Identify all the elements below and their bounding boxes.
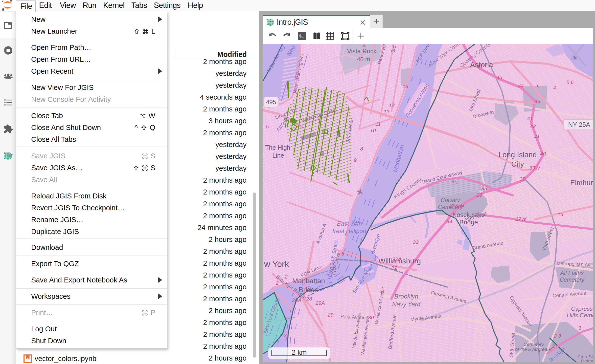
svg-text:5: 5 bbox=[266, 124, 269, 129]
svg-text:Navy Yard: Navy Yard bbox=[392, 301, 421, 308]
svg-text:40: 40 bbox=[540, 151, 546, 156]
svg-text:7: 7 bbox=[295, 75, 298, 81]
svg-text:16: 16 bbox=[476, 192, 482, 198]
svg-text:2: 2 bbox=[552, 343, 555, 349]
svg-text:3: 3 bbox=[578, 325, 581, 331]
svg-text:treet Heliport: treet Heliport bbox=[332, 228, 367, 234]
svg-text:2: 2 bbox=[284, 274, 288, 279]
svg-text:43: 43 bbox=[534, 98, 540, 104]
svg-text:Brooklyn: Brooklyn bbox=[394, 293, 418, 300]
svg-text:35A-B: 35A-B bbox=[450, 202, 464, 208]
svg-text:12: 12 bbox=[389, 102, 395, 108]
svg-text:15: 15 bbox=[452, 179, 458, 185]
svg-text:Ridgew: Ridgew bbox=[581, 359, 593, 362]
svg-text:4: 4 bbox=[553, 85, 556, 90]
svg-text:10: 10 bbox=[370, 128, 376, 133]
svg-text:34: 34 bbox=[446, 218, 452, 224]
svg-text:45: 45 bbox=[496, 74, 502, 80]
svg-text:31: 31 bbox=[379, 288, 385, 294]
svg-text:33: 33 bbox=[413, 239, 419, 245]
svg-text:East 34th: East 34th bbox=[337, 220, 362, 227]
svg-text:44: 44 bbox=[518, 83, 524, 88]
svg-text:5: 5 bbox=[537, 84, 540, 89]
svg-text:2 3: 2 3 bbox=[553, 333, 561, 339]
svg-text:5: 5 bbox=[341, 251, 344, 257]
svg-text:Line: Line bbox=[272, 152, 284, 159]
svg-text:2 km: 2 km bbox=[292, 348, 307, 356]
svg-text:13: 13 bbox=[384, 109, 389, 114]
svg-text:27: 27 bbox=[283, 332, 290, 338]
svg-text:32A: 32A bbox=[392, 256, 401, 262]
svg-text:39: 39 bbox=[520, 176, 526, 182]
svg-text:39W: 39W bbox=[529, 165, 540, 171]
svg-text:NY 25A: NY 25A bbox=[568, 121, 590, 128]
svg-text:28: 28 bbox=[306, 296, 312, 301]
svg-text:Hills Cemet: Hills Cemet bbox=[567, 312, 593, 319]
svg-text:495: 495 bbox=[266, 99, 276, 106]
svg-text:5: 5 bbox=[345, 232, 348, 237]
svg-text:of the Evergreens: of the Evergreens bbox=[515, 347, 552, 352]
svg-text:Cemetery: Cemetery bbox=[524, 342, 544, 347]
svg-text:32: 32 bbox=[391, 265, 397, 271]
svg-text:28A: 28A bbox=[292, 297, 301, 303]
svg-text:29: 29 bbox=[327, 312, 334, 318]
svg-text:All Faiths: All Faiths bbox=[560, 270, 584, 276]
svg-text:1: 1 bbox=[301, 137, 304, 142]
svg-text:$_: $_ bbox=[299, 34, 304, 39]
svg-text:11: 11 bbox=[375, 121, 381, 127]
svg-text:40 m: 40 m bbox=[357, 56, 370, 63]
svg-text:Long Island: Long Island bbox=[498, 150, 537, 159]
svg-text:Manhattan: Manhattan bbox=[292, 277, 325, 285]
svg-text:The High: The High bbox=[265, 144, 290, 151]
svg-text:30: 30 bbox=[368, 315, 374, 320]
svg-text:13: 13 bbox=[402, 84, 408, 89]
svg-text:8: 8 bbox=[360, 146, 363, 151]
svg-text:41: 41 bbox=[527, 115, 533, 121]
svg-text:45: 45 bbox=[476, 64, 482, 69]
svg-text:2: 2 bbox=[275, 280, 279, 286]
svg-text:Cypress: Cypress bbox=[571, 305, 593, 312]
svg-text:Elmhurst: Elmhurst bbox=[570, 179, 593, 187]
svg-text:Vista Rock: Vista Rock bbox=[347, 48, 377, 55]
svg-text:9: 9 bbox=[354, 157, 357, 163]
svg-text:42: 42 bbox=[530, 123, 536, 129]
svg-text:35: 35 bbox=[481, 186, 487, 191]
svg-text:5 6: 5 6 bbox=[566, 79, 574, 85]
svg-text:3: 3 bbox=[332, 265, 335, 271]
svg-text:w York: w York bbox=[264, 259, 289, 269]
svg-text:41: 41 bbox=[534, 134, 540, 139]
svg-text:17W: 17W bbox=[515, 216, 526, 222]
svg-text:19: 19 bbox=[557, 212, 563, 217]
svg-text:29A: 29A bbox=[315, 300, 325, 306]
svg-text:City: City bbox=[511, 160, 524, 168]
svg-text:Cemetery: Cemetery bbox=[560, 277, 585, 283]
